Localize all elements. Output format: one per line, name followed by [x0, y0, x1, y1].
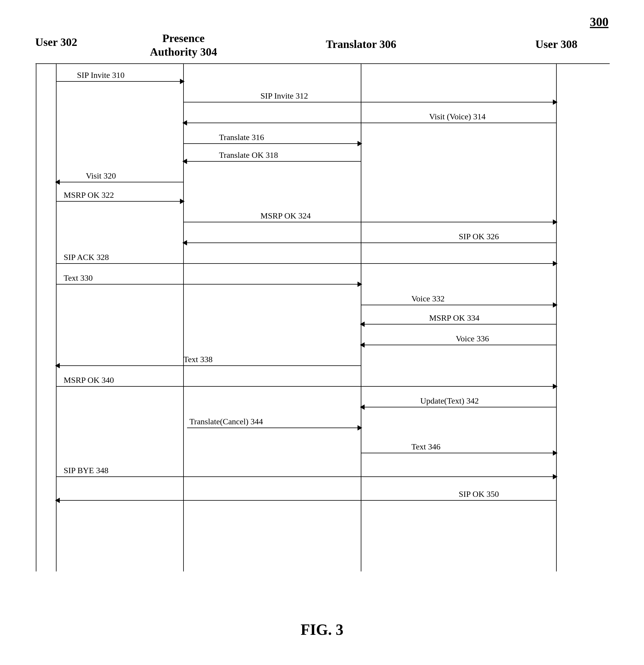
col-header-trans306: Translator 306: [326, 38, 396, 50]
arrowhead-m328: [553, 261, 558, 266]
col-header-user308: User 308: [535, 38, 578, 50]
arrowhead-m338: [55, 363, 60, 368]
col-header-user302: User 302: [35, 36, 77, 48]
arrowhead-m320: [55, 179, 60, 185]
label-m320: Visit 320: [86, 171, 116, 180]
col-header-auth304: Presence: [162, 32, 205, 44]
label-m312: SIP Invite 312: [260, 91, 308, 100]
arrowhead-m326: [182, 240, 187, 245]
arrowhead-m324: [553, 220, 558, 225]
arrowhead-m342: [360, 404, 365, 410]
arrowhead-m310: [180, 79, 185, 84]
label-m334: MSRP OK 334: [429, 313, 480, 322]
arrowhead-m312: [553, 99, 558, 105]
label-m338: Text 338: [183, 355, 213, 364]
label-m310: SIP Invite 310: [77, 71, 124, 80]
arrowhead-m340: [553, 384, 558, 389]
figure-label: FIG. 3: [301, 621, 343, 638]
label-m314: Visit (Voice) 314: [429, 112, 486, 121]
label-m348: SIP BYE 348: [64, 466, 108, 475]
arrowhead-m330: [357, 282, 362, 287]
label-m342: Update(Text) 342: [420, 396, 479, 405]
label-m346: Text 346: [411, 442, 441, 451]
label-m324: MSRP OK 324: [260, 211, 311, 220]
label-m344: Translate(Cancel) 344: [190, 417, 263, 426]
arrowhead-m322: [180, 199, 185, 204]
arrowhead-m332: [553, 302, 558, 308]
arrowhead-m344: [357, 425, 362, 431]
arrowhead-m336: [360, 342, 365, 348]
label-m332: Voice 332: [411, 294, 445, 303]
arrowhead-m334: [360, 322, 365, 327]
arrowhead-m318: [182, 159, 187, 164]
arrowhead-m346: [553, 450, 558, 456]
label-m326: SIP OK 326: [459, 232, 499, 241]
arrowhead-m350: [55, 498, 60, 503]
sequence-diagram: User 302 Presence Authority 304 Translat…: [18, 30, 627, 607]
label-m322: MSRP OK 322: [64, 190, 114, 200]
arrowhead-m316: [357, 141, 362, 146]
label-m336: Voice 336: [456, 334, 489, 343]
label-m318: Translate OK 318: [219, 150, 278, 159]
label-m316: Translate 316: [219, 133, 264, 142]
diagram-number: 300: [590, 15, 608, 29]
label-m330: Text 330: [64, 273, 93, 283]
label-m350: SIP OK 350: [459, 490, 499, 499]
arrowhead-m314: [182, 120, 187, 126]
label-m340: MSRP OK 340: [64, 376, 114, 385]
arrowhead-m348: [553, 474, 558, 479]
col-header-auth304-2: Authority 304: [150, 45, 217, 58]
page-container: 300 User 302 Presence Authority 304 Tran…: [0, 0, 644, 665]
label-m328: SIP ACK 328: [64, 252, 109, 262]
